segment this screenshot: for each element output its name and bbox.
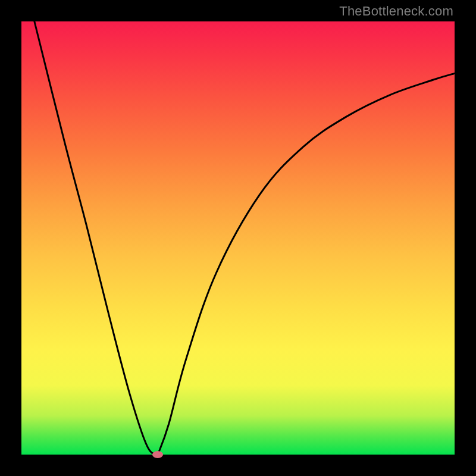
curve-path xyxy=(35,21,455,455)
optimum-marker xyxy=(152,451,163,458)
plot-area xyxy=(21,21,455,455)
bottleneck-curve xyxy=(21,21,455,455)
watermark-text: TheBottleneck.com xyxy=(339,4,453,19)
chart-frame: TheBottleneck.com xyxy=(0,0,476,476)
